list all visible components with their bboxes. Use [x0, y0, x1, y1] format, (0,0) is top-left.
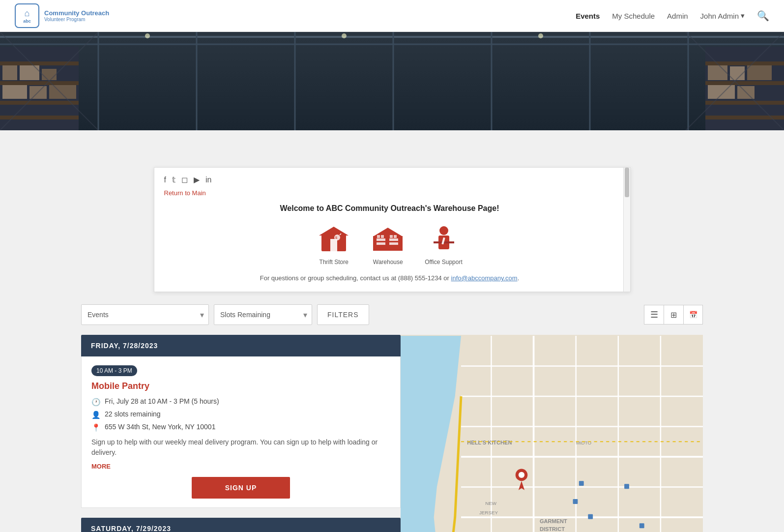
svg-rect-49 [389, 242, 398, 245]
events-filter-wrap: Events [81, 304, 209, 325]
office-support-label: Office Support [425, 259, 463, 266]
nav-my-schedule[interactable]: My Schedule [612, 12, 655, 20]
svg-point-86 [519, 472, 524, 478]
person-icon: 👤 [91, 411, 101, 419]
event-address-detail: 📍 655 W 34th St, New York, NY 10001 [91, 423, 390, 432]
logo-company-line1: Community Outreach [44, 9, 109, 17]
warehouse-label: Warehouse [373, 259, 403, 266]
linkedin-icon[interactable]: in [205, 176, 211, 184]
thrift-store-label: Thrift Store [319, 259, 348, 266]
svg-point-32 [342, 33, 347, 38]
page-content: f 𝕥 ◻ ▶ in Return to Main Welcome to ABC… [0, 130, 784, 532]
twitter-icon[interactable]: 𝕥 [172, 175, 175, 184]
filter-row: Events Slots Remaining FILTERS ☰ ⊞ 📅 [81, 304, 703, 325]
saturday-date-header: SATURDAY, 7/29/2023 [81, 518, 401, 532]
youtube-icon[interactable]: ▶ [194, 175, 200, 184]
svg-marker-59 [434, 336, 703, 532]
scrollbar-thumb[interactable] [625, 168, 629, 197]
clock-icon: 🕐 [91, 398, 101, 407]
panel-inner: f 𝕥 ◻ ▶ in Return to Main Welcome to ABC… [154, 168, 630, 292]
welcome-title: Welcome to ABC Community Outreach's Ware… [164, 204, 615, 213]
svg-rect-87 [579, 481, 584, 486]
friday-section: FRIDAY, 7/28/2023 10 AM - 3 PM Mobile Pa… [81, 335, 401, 508]
more-link[interactable]: MORE [91, 463, 390, 470]
office-support-item: Office Support [425, 222, 463, 266]
svg-point-54 [439, 226, 448, 235]
hero-svg [0, 32, 784, 130]
logo-icon: ⌂ abc [15, 3, 39, 28]
svg-rect-24 [705, 101, 784, 105]
filters-button[interactable]: FILTERS [317, 304, 369, 325]
svg-rect-17 [42, 69, 57, 80]
svg-rect-29 [708, 85, 735, 99]
svg-rect-23 [705, 81, 784, 85]
contact-info: For questions or group scheduling, conta… [164, 274, 615, 282]
time-badge: 10 AM - 3 PM [91, 365, 137, 376]
nav-links: Events My Schedule Admin John Admin ▾ 🔍 [576, 10, 769, 22]
navbar: ⌂ abc Community Outreach Volunteer Progr… [0, 0, 784, 32]
slots-dropdown[interactable]: Slots Remaining [214, 304, 312, 325]
svg-text:DISTRICT: DISTRICT [540, 526, 565, 532]
svg-rect-47 [377, 242, 385, 245]
svg-rect-18 [2, 85, 27, 99]
event-datetime-text: Fri, July 28 at 10 AM - 3 PM (5 hours) [105, 397, 219, 405]
logo-area: ⌂ abc Community Outreach Volunteer Progr… [15, 3, 109, 28]
office-support-icon [427, 222, 461, 256]
nav-events[interactable]: Events [576, 12, 600, 20]
user-chevron-icon: ▾ [741, 11, 745, 20]
svg-rect-50 [377, 235, 380, 238]
svg-rect-12 [0, 81, 79, 85]
calendar-view-button[interactable]: 📅 [683, 305, 703, 325]
slots-filter-wrap: Slots Remaining [214, 304, 312, 325]
scrollbar-track[interactable] [623, 168, 630, 292]
svg-rect-20 [49, 85, 76, 99]
event-slots-detail: 👤 22 slots remaining [91, 410, 390, 419]
event-slots-text: 22 slots remaining [105, 410, 161, 418]
user-menu[interactable]: John Admin ▾ [700, 11, 745, 20]
event-description: Sign up to help with our weekly meal del… [91, 437, 390, 458]
location-icon: 📍 [91, 423, 101, 432]
svg-rect-90 [624, 484, 629, 489]
hero-image [0, 32, 784, 130]
svg-point-33 [538, 33, 543, 38]
contact-email-link[interactable]: info@abccompany.com [451, 274, 518, 282]
svg-rect-52 [390, 235, 393, 238]
svg-point-31 [145, 33, 150, 38]
social-bar: f 𝕥 ◻ ▶ in [164, 175, 615, 184]
svg-marker-39 [319, 227, 348, 236]
panel-container: f 𝕥 ◻ ▶ in Return to Main Welcome to ABC… [0, 130, 784, 292]
svg-rect-88 [573, 499, 578, 504]
warehouse-item: Warehouse [371, 222, 405, 266]
svg-rect-91 [639, 523, 644, 528]
svg-text:GARMENT: GARMENT [540, 518, 567, 524]
svg-text:MIDTO: MIDTO [576, 440, 592, 445]
instagram-icon[interactable]: ◻ [181, 175, 188, 184]
svg-text:HELL'S KITCHEN: HELL'S KITCHEN [467, 440, 512, 445]
logo-house-icon: ⌂ [25, 8, 30, 19]
facebook-icon[interactable]: f [164, 176, 166, 184]
return-to-main-link[interactable]: Return to Main [164, 189, 615, 197]
list-view-button[interactable]: ☰ [644, 305, 664, 325]
search-button[interactable]: 🔍 [757, 10, 769, 22]
friday-date-header: FRIDAY, 7/28/2023 [81, 335, 401, 356]
map-column: HELL'S KITCHEN MIDTO NEW JERSEY GARMENT … [401, 335, 703, 532]
event-address-text: 655 W 34th St, New York, NY 10001 [105, 423, 215, 431]
mobile-pantry-card: 10 AM - 3 PM Mobile Pantry 🕐 Fri, July 2… [81, 356, 401, 508]
nav-admin[interactable]: Admin [667, 12, 688, 20]
grid-view-button[interactable]: ⊞ [664, 305, 683, 325]
info-panel: f 𝕥 ◻ ▶ in Return to Main Welcome to ABC… [154, 167, 631, 292]
svg-rect-89 [588, 514, 593, 519]
svg-rect-28 [747, 65, 772, 80]
sign-up-button[interactable]: SIGN UP [192, 477, 290, 499]
events-dropdown[interactable]: Events [81, 304, 209, 325]
svg-rect-16 [20, 65, 39, 80]
event-title: Mobile Pantry [91, 381, 390, 391]
logo-text: Community Outreach Volunteer Program [44, 9, 109, 22]
svg-rect-51 [381, 235, 384, 238]
contact-text-body: For questions or group scheduling, conta… [260, 274, 449, 282]
event-datetime-detail: 🕐 Fri, July 28 at 10 AM - 3 PM (5 hours) [91, 397, 390, 407]
map-area[interactable]: HELL'S KITCHEN MIDTO NEW JERSEY GARMENT … [401, 335, 703, 532]
svg-text:$: $ [335, 236, 338, 240]
svg-rect-46 [377, 238, 385, 241]
filter-events-area: Events Slots Remaining FILTERS ☰ ⊞ 📅 [0, 292, 784, 532]
